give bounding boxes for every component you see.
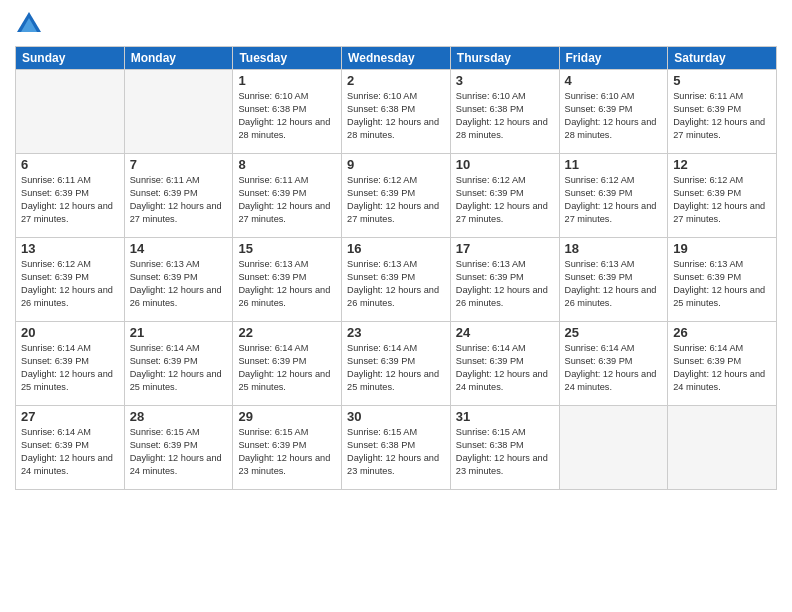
day-number: 14 — [130, 241, 228, 256]
calendar-cell: 24Sunrise: 6:14 AM Sunset: 6:39 PM Dayli… — [450, 322, 559, 406]
calendar-cell: 12Sunrise: 6:12 AM Sunset: 6:39 PM Dayli… — [668, 154, 777, 238]
day-number: 11 — [565, 157, 663, 172]
day-number: 8 — [238, 157, 336, 172]
day-number: 1 — [238, 73, 336, 88]
day-info: Sunrise: 6:15 AM Sunset: 6:39 PM Dayligh… — [130, 426, 228, 478]
day-number: 5 — [673, 73, 771, 88]
day-number: 28 — [130, 409, 228, 424]
calendar-cell — [559, 406, 668, 490]
day-info: Sunrise: 6:13 AM Sunset: 6:39 PM Dayligh… — [130, 258, 228, 310]
day-number: 21 — [130, 325, 228, 340]
calendar-cell: 14Sunrise: 6:13 AM Sunset: 6:39 PM Dayli… — [124, 238, 233, 322]
day-info: Sunrise: 6:14 AM Sunset: 6:39 PM Dayligh… — [565, 342, 663, 394]
weekday-header-friday: Friday — [559, 47, 668, 70]
calendar-cell: 2Sunrise: 6:10 AM Sunset: 6:38 PM Daylig… — [342, 70, 451, 154]
calendar-cell: 5Sunrise: 6:11 AM Sunset: 6:39 PM Daylig… — [668, 70, 777, 154]
calendar-cell: 8Sunrise: 6:11 AM Sunset: 6:39 PM Daylig… — [233, 154, 342, 238]
day-info: Sunrise: 6:15 AM Sunset: 6:38 PM Dayligh… — [456, 426, 554, 478]
day-info: Sunrise: 6:10 AM Sunset: 6:39 PM Dayligh… — [565, 90, 663, 142]
calendar-cell — [124, 70, 233, 154]
day-info: Sunrise: 6:11 AM Sunset: 6:39 PM Dayligh… — [673, 90, 771, 142]
day-number: 27 — [21, 409, 119, 424]
calendar-cell: 18Sunrise: 6:13 AM Sunset: 6:39 PM Dayli… — [559, 238, 668, 322]
calendar-cell: 3Sunrise: 6:10 AM Sunset: 6:38 PM Daylig… — [450, 70, 559, 154]
day-number: 3 — [456, 73, 554, 88]
day-number: 25 — [565, 325, 663, 340]
calendar-cell: 10Sunrise: 6:12 AM Sunset: 6:39 PM Dayli… — [450, 154, 559, 238]
weekday-header-sunday: Sunday — [16, 47, 125, 70]
day-info: Sunrise: 6:12 AM Sunset: 6:39 PM Dayligh… — [673, 174, 771, 226]
day-number: 22 — [238, 325, 336, 340]
day-info: Sunrise: 6:11 AM Sunset: 6:39 PM Dayligh… — [21, 174, 119, 226]
calendar-cell: 4Sunrise: 6:10 AM Sunset: 6:39 PM Daylig… — [559, 70, 668, 154]
weekday-header-wednesday: Wednesday — [342, 47, 451, 70]
calendar-cell: 17Sunrise: 6:13 AM Sunset: 6:39 PM Dayli… — [450, 238, 559, 322]
day-number: 17 — [456, 241, 554, 256]
page: SundayMondayTuesdayWednesdayThursdayFrid… — [0, 0, 792, 612]
day-info: Sunrise: 6:12 AM Sunset: 6:39 PM Dayligh… — [347, 174, 445, 226]
calendar-cell: 31Sunrise: 6:15 AM Sunset: 6:38 PM Dayli… — [450, 406, 559, 490]
calendar-cell: 9Sunrise: 6:12 AM Sunset: 6:39 PM Daylig… — [342, 154, 451, 238]
day-info: Sunrise: 6:11 AM Sunset: 6:39 PM Dayligh… — [130, 174, 228, 226]
calendar: SundayMondayTuesdayWednesdayThursdayFrid… — [15, 46, 777, 490]
calendar-cell: 7Sunrise: 6:11 AM Sunset: 6:39 PM Daylig… — [124, 154, 233, 238]
day-info: Sunrise: 6:14 AM Sunset: 6:39 PM Dayligh… — [456, 342, 554, 394]
day-info: Sunrise: 6:11 AM Sunset: 6:39 PM Dayligh… — [238, 174, 336, 226]
weekday-header-row: SundayMondayTuesdayWednesdayThursdayFrid… — [16, 47, 777, 70]
week-row-4: 20Sunrise: 6:14 AM Sunset: 6:39 PM Dayli… — [16, 322, 777, 406]
day-info: Sunrise: 6:14 AM Sunset: 6:39 PM Dayligh… — [21, 426, 119, 478]
calendar-cell: 23Sunrise: 6:14 AM Sunset: 6:39 PM Dayli… — [342, 322, 451, 406]
day-info: Sunrise: 6:14 AM Sunset: 6:39 PM Dayligh… — [673, 342, 771, 394]
day-info: Sunrise: 6:12 AM Sunset: 6:39 PM Dayligh… — [21, 258, 119, 310]
day-number: 26 — [673, 325, 771, 340]
weekday-header-thursday: Thursday — [450, 47, 559, 70]
day-info: Sunrise: 6:10 AM Sunset: 6:38 PM Dayligh… — [456, 90, 554, 142]
calendar-cell: 29Sunrise: 6:15 AM Sunset: 6:39 PM Dayli… — [233, 406, 342, 490]
day-number: 2 — [347, 73, 445, 88]
calendar-cell: 28Sunrise: 6:15 AM Sunset: 6:39 PM Dayli… — [124, 406, 233, 490]
day-number: 15 — [238, 241, 336, 256]
day-info: Sunrise: 6:13 AM Sunset: 6:39 PM Dayligh… — [347, 258, 445, 310]
day-number: 31 — [456, 409, 554, 424]
day-number: 4 — [565, 73, 663, 88]
calendar-cell: 19Sunrise: 6:13 AM Sunset: 6:39 PM Dayli… — [668, 238, 777, 322]
day-info: Sunrise: 6:14 AM Sunset: 6:39 PM Dayligh… — [21, 342, 119, 394]
day-info: Sunrise: 6:13 AM Sunset: 6:39 PM Dayligh… — [238, 258, 336, 310]
day-number: 30 — [347, 409, 445, 424]
day-info: Sunrise: 6:14 AM Sunset: 6:39 PM Dayligh… — [130, 342, 228, 394]
day-info: Sunrise: 6:13 AM Sunset: 6:39 PM Dayligh… — [565, 258, 663, 310]
weekday-header-tuesday: Tuesday — [233, 47, 342, 70]
calendar-cell: 15Sunrise: 6:13 AM Sunset: 6:39 PM Dayli… — [233, 238, 342, 322]
day-number: 6 — [21, 157, 119, 172]
day-number: 12 — [673, 157, 771, 172]
day-number: 10 — [456, 157, 554, 172]
day-number: 29 — [238, 409, 336, 424]
day-number: 19 — [673, 241, 771, 256]
day-number: 16 — [347, 241, 445, 256]
day-info: Sunrise: 6:14 AM Sunset: 6:39 PM Dayligh… — [347, 342, 445, 394]
day-info: Sunrise: 6:13 AM Sunset: 6:39 PM Dayligh… — [456, 258, 554, 310]
week-row-5: 27Sunrise: 6:14 AM Sunset: 6:39 PM Dayli… — [16, 406, 777, 490]
calendar-cell — [668, 406, 777, 490]
day-info: Sunrise: 6:10 AM Sunset: 6:38 PM Dayligh… — [238, 90, 336, 142]
day-number: 18 — [565, 241, 663, 256]
day-number: 13 — [21, 241, 119, 256]
calendar-cell: 26Sunrise: 6:14 AM Sunset: 6:39 PM Dayli… — [668, 322, 777, 406]
calendar-cell: 27Sunrise: 6:14 AM Sunset: 6:39 PM Dayli… — [16, 406, 125, 490]
day-number: 7 — [130, 157, 228, 172]
day-info: Sunrise: 6:15 AM Sunset: 6:39 PM Dayligh… — [238, 426, 336, 478]
day-info: Sunrise: 6:12 AM Sunset: 6:39 PM Dayligh… — [565, 174, 663, 226]
calendar-cell: 13Sunrise: 6:12 AM Sunset: 6:39 PM Dayli… — [16, 238, 125, 322]
calendar-cell: 30Sunrise: 6:15 AM Sunset: 6:38 PM Dayli… — [342, 406, 451, 490]
day-info: Sunrise: 6:13 AM Sunset: 6:39 PM Dayligh… — [673, 258, 771, 310]
calendar-cell: 20Sunrise: 6:14 AM Sunset: 6:39 PM Dayli… — [16, 322, 125, 406]
day-number: 24 — [456, 325, 554, 340]
calendar-cell: 21Sunrise: 6:14 AM Sunset: 6:39 PM Dayli… — [124, 322, 233, 406]
calendar-cell: 11Sunrise: 6:12 AM Sunset: 6:39 PM Dayli… — [559, 154, 668, 238]
week-row-2: 6Sunrise: 6:11 AM Sunset: 6:39 PM Daylig… — [16, 154, 777, 238]
header — [15, 10, 777, 38]
weekday-header-monday: Monday — [124, 47, 233, 70]
calendar-cell — [16, 70, 125, 154]
weekday-header-saturday: Saturday — [668, 47, 777, 70]
day-number: 23 — [347, 325, 445, 340]
